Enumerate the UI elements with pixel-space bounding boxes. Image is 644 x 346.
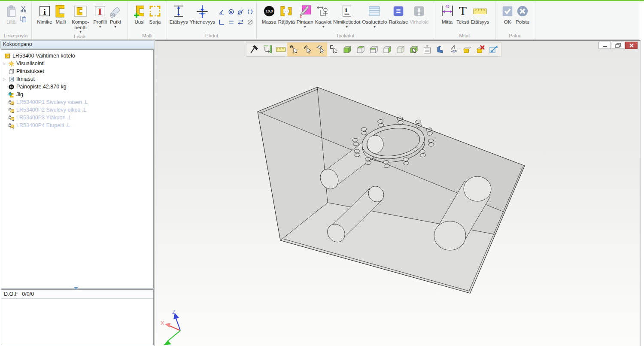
select-vertex-button[interactable] [287,42,301,56]
minimize-button[interactable] [598,42,611,49]
sketch-plane-button[interactable] [447,42,460,56]
select-edge-button[interactable] [301,42,314,56]
model-scene[interactable]: Z X [155,41,640,346]
dropdown-arrow-icon: ▼ [99,25,102,28]
pin-button[interactable] [247,42,261,56]
tray-button[interactable] [460,42,474,56]
svg-text:10,0: 10,0 [266,9,273,13]
tree-item-part-p4[interactable]: LR53400P4 Etupelti .L [1,121,153,129]
massa-button[interactable]: 10,0 Massa [261,2,277,33]
tree-item-part-p1[interactable]: LR53400P1 Sivulevy vasen .L [1,98,153,106]
etaisyys-measure-button[interactable]: Etäisyys [470,2,490,33]
concentric-constraint-button[interactable] [226,6,236,17]
restore-button[interactable] [612,42,624,49]
profile-part-button[interactable] [434,42,447,56]
tree-item-painopiste[interactable]: 10 Painopiste 42.870 kg [1,83,153,91]
view-list-button[interactable] [420,42,434,56]
tree-item-visualisointi[interactable]: ▷ Visualisointi [1,60,153,67]
part-locked-icon [7,99,15,106]
viewport-toolbar [246,42,501,57]
uusi-button[interactable]: Uusi [132,2,147,33]
parallel-constraint-button[interactable] [226,17,236,27]
sarja-button[interactable]: Sarja [147,2,163,33]
select-body-button[interactable] [407,42,420,56]
kaaviot-button[interactable]: Kaaviot ▼ [314,2,332,33]
select-face-button[interactable] [314,42,327,56]
ribbon-group-paluu: OK Poistu Paluu [495,1,535,39]
tree-item-piirustukset[interactable]: Piirustukset [1,67,153,75]
ruler-button[interactable] [274,42,287,56]
clipboard-paste-icon [4,3,18,19]
paste-button[interactable]: Liitä [3,2,19,33]
svg-text:I: I [98,7,102,16]
cube-solid-button[interactable] [340,42,354,56]
malli-button[interactable]: Malli [53,2,68,33]
tree-item-jig[interactable]: Jig [1,91,153,98]
tangent-constraint-button[interactable] [236,6,245,17]
putki-button[interactable]: Putki ▼ [108,2,123,33]
tree-item-part-p2[interactable]: LR53400P2 Sivulevy oikea .L [1,106,153,114]
symmetry-constraint-button[interactable] [245,6,255,17]
osaluettelo-button[interactable]: Osaluettelo ▼ [361,2,388,33]
explode-icon [279,3,294,19]
nimiketiedot-button[interactable]: i Nimiketiedot ▼ [332,2,361,33]
cube-left-edge-button[interactable] [367,42,380,56]
ribbon-group-label: Mitat [434,33,495,39]
constraint-disabled-button[interactable] [245,17,255,27]
virheloki-button[interactable]: Virheloki [409,2,429,33]
ok-button[interactable]: OK [500,2,515,33]
ribbon: Liitä Leikepöytä i Nimike [0,1,639,40]
cube-top-face-button[interactable] [354,42,367,56]
constraint-mini-grid [217,2,255,33]
cube-shaded-button[interactable] [394,42,407,56]
tree-item-root-assembly[interactable]: LR53400 Vaihtimen kotelo [1,52,153,60]
profile-beam-icon: I [94,3,106,19]
svg-text:10: 10 [10,85,13,88]
dropdown-arrow-icon: ▼ [79,30,82,33]
coincident-constraint-icon [195,3,210,19]
viewport-3d[interactable]: Z X [155,40,640,346]
rajayta-button[interactable]: Räjäytä [277,2,296,33]
svg-text:T: T [459,5,467,18]
z-axis-label: Z [172,309,176,315]
paste-label: Liitä [6,19,15,25]
yhtenevyys-constraint-button[interactable]: Yhtenevyys [189,2,216,33]
poistu-button[interactable]: Poistu [515,2,530,33]
fit-measure-button[interactable] [261,42,274,56]
part-locked-icon [7,122,15,129]
transfer-arrow-button[interactable] [487,42,500,56]
copy-button[interactable] [19,15,28,23]
item-info-icon: i [38,3,51,19]
dropdown-arrow-icon: ▼ [322,25,325,28]
dof-label: D.O.F [4,291,18,297]
angle-constraint-button[interactable] [217,6,226,17]
svg-text:45: 45 [445,4,450,9]
part-locked-icon [7,107,15,113]
ribbon-group-label: Paluu [495,33,535,39]
equal-spacing-constraint-button[interactable] [236,17,245,27]
cube-right-edge-button[interactable] [380,42,394,56]
cut-button[interactable] [19,5,28,12]
ribbon-group-ehdot: Etäisyys Yhtenevyys [167,1,257,39]
expand-arrow-icon[interactable]: ▷ [1,77,7,81]
svg-text:i: i [43,8,46,16]
select-component-button[interactable] [327,42,340,56]
model-flange-hole[interactable] [367,135,383,153]
teksti-button[interactable]: T Teksti [456,2,470,33]
profiili-button[interactable]: I Profiili ▼ [92,2,107,33]
etaisyys-constraint-button[interactable]: Etäisyys [169,2,189,33]
nimike-button[interactable]: i Nimike [36,2,53,33]
dropdown-arrow-icon: ▼ [373,25,376,28]
mitta-button[interactable]: 45 Mitta [439,2,456,33]
right-edge-strip [640,40,644,346]
expand-arrow-icon[interactable]: ▷ [1,62,7,66]
pintaan-button[interactable]: I Pintaan ▼ [296,2,314,33]
perpendicular-constraint-button[interactable] [217,17,226,27]
tree-item-ilmiasut[interactable]: ▷ Ilmiasut [1,75,153,83]
tree-item-part-p3[interactable]: LR53400P3 Yläkuori .L [1,114,153,121]
solve-icon [392,3,405,19]
close-button[interactable] [625,42,638,49]
komponentti-button[interactable]: Kompo-nentti ▼ [68,2,92,33]
tray-delete-button[interactable] [474,42,487,56]
ratkaise-button[interactable]: Ratkaise [388,2,409,33]
